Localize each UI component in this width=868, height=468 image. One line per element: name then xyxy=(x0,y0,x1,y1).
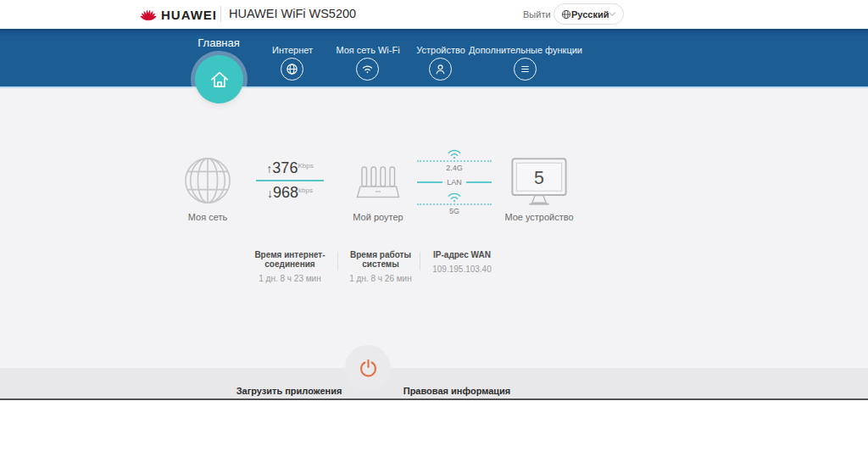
dotted-link-line xyxy=(417,160,492,162)
tab-more-functions[interactable]: Дополнительные функции xyxy=(469,45,582,55)
link-wifi-5g: 5G xyxy=(417,192,492,215)
link-label-5g: 5G xyxy=(417,207,492,215)
wifi-5g-icon xyxy=(447,192,462,203)
link-wifi-24g: 2.4G xyxy=(417,148,492,172)
power-button[interactable] xyxy=(345,345,391,391)
tab-home[interactable]: Главная xyxy=(198,36,239,49)
router-admin-page: HUAWEI HUAWEI WiFi WS5200 Выйти Русский … xyxy=(0,0,868,468)
download-speed: ↓968kbps xyxy=(253,184,327,202)
footer-band: Загрузить приложения Правовая информация xyxy=(0,368,868,400)
tab-device-icon-button[interactable] xyxy=(429,58,452,81)
language-selected-label: Русский xyxy=(571,9,609,20)
power-icon xyxy=(358,358,379,379)
wifi-24g-icon xyxy=(447,148,462,159)
top-header: HUAWEI HUAWEI WiFi WS5200 Выйти Русский xyxy=(0,0,868,29)
link-label-24g: 2.4G xyxy=(417,164,492,172)
lan-line-right xyxy=(466,181,492,183)
download-apps-link[interactable]: Загрузить приложения xyxy=(236,386,342,396)
language-selector[interactable]: Русский xyxy=(554,3,624,25)
stat-internet-uptime: Время интернет-соединения 1 дн. 8 ч 23 м… xyxy=(236,250,344,283)
huawei-logo-icon xyxy=(139,5,158,23)
device-count: 5 xyxy=(534,168,544,188)
internet-globe-icon xyxy=(286,63,298,75)
router-icon[interactable] xyxy=(355,161,401,205)
wifi-icon xyxy=(361,63,374,75)
stat-label: Время работы системы xyxy=(331,250,430,269)
tab-internet[interactable]: Интернет xyxy=(272,45,313,55)
stat-label: Время интернет-соединения xyxy=(236,250,344,269)
lan-line-left xyxy=(417,181,442,183)
home-icon xyxy=(208,68,231,92)
tab-my-wifi[interactable]: Моя сеть Wi-Fi xyxy=(336,45,399,55)
tab-device[interactable]: Устройство xyxy=(416,45,465,55)
status-dashboard: Моя сеть ↑376Kbps ↓968kbps Мой роутер xyxy=(0,88,868,368)
stat-value: 109.195.103.40 xyxy=(421,265,503,274)
download-arrow-icon: ↓ xyxy=(267,187,273,200)
main-nav: Главная Интернет Моя сеть Wi-Fi xyxy=(0,29,868,88)
dotted-link-line xyxy=(417,203,492,205)
brand-name: HUAWEI xyxy=(161,8,217,22)
tab-home-active-circle[interactable] xyxy=(195,55,243,103)
upload-unit: Kbps xyxy=(298,162,313,170)
upload-speed: ↑376Kbps xyxy=(253,159,327,177)
header-divider xyxy=(220,6,221,22)
speed-block: ↑376Kbps ↓968kbps xyxy=(253,159,327,202)
device-monitor-icon[interactable]: 5 xyxy=(510,156,568,209)
logout-link[interactable]: Выйти xyxy=(523,9,551,20)
legal-info-link[interactable]: Правовая информация xyxy=(403,386,511,396)
stat-wan-ip: IP-адрес WAN 109.195.103.40 xyxy=(421,250,503,274)
stat-value: 1 дн. 8 ч 23 мин xyxy=(236,274,344,283)
stat-label: IP-адрес WAN xyxy=(421,250,503,259)
device-label: Мое устройство xyxy=(497,212,581,222)
router-label: Мой роутер xyxy=(336,212,420,222)
tab-my-wifi-icon-button[interactable] xyxy=(356,58,379,81)
link-label-lan: LAN xyxy=(447,178,462,187)
menu-lines-icon xyxy=(519,63,531,75)
product-title: HUAWEI WiFi WS5200 xyxy=(229,7,356,20)
tab-internet-icon-button[interactable] xyxy=(281,58,303,81)
upload-value: 376 xyxy=(272,159,298,176)
connection-links: 2.4G LAN 5G xyxy=(417,148,492,215)
network-label: Моя сеть xyxy=(174,212,242,222)
person-icon xyxy=(434,63,447,75)
stats-divider xyxy=(420,252,420,270)
tab-more-functions-icon-button[interactable] xyxy=(514,58,537,81)
internet-network-icon xyxy=(183,156,232,205)
speed-divider-line xyxy=(256,180,324,181)
globe-icon xyxy=(561,8,571,20)
link-lan: LAN xyxy=(417,178,492,187)
download-value: 968 xyxy=(273,184,298,201)
chevron-down-icon xyxy=(609,11,616,17)
stat-system-uptime: Время работы системы 1 дн. 8 ч 26 мин xyxy=(331,250,430,283)
download-unit: kbps xyxy=(298,187,313,194)
stat-value: 1 дн. 8 ч 26 мин xyxy=(331,274,430,283)
